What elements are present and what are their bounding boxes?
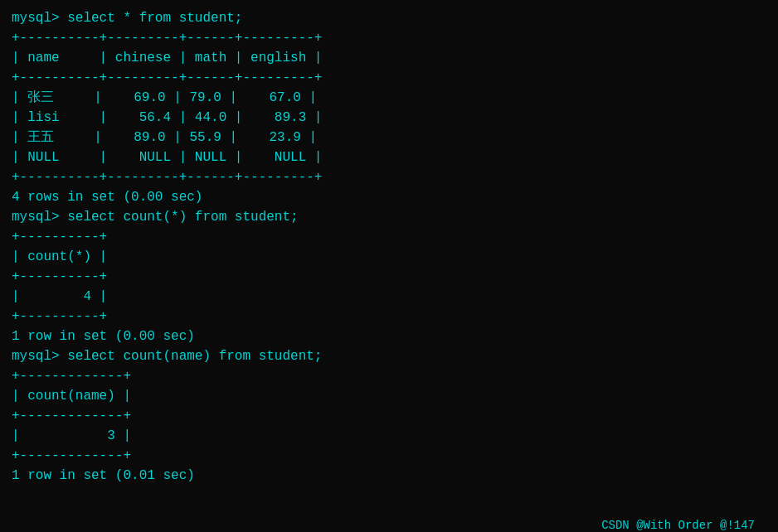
result-line: 1 row in set (0.01 sec) bbox=[12, 466, 766, 486]
header-line: | name | chinese | math | english | bbox=[12, 48, 766, 68]
separator-line: +----------+---------+------+---------+ bbox=[12, 28, 766, 48]
data-line: | lisi | 56.4 | 44.0 | 89.3 | bbox=[12, 108, 766, 128]
command-line: mysql> select count(name) from student; bbox=[12, 346, 766, 366]
command-line: mysql> select count(*) from student; bbox=[12, 207, 766, 227]
result-line: 4 rows in set (0.00 sec) bbox=[12, 187, 766, 207]
data-line: | NULL | NULL | NULL | NULL | bbox=[12, 148, 766, 167]
separator-line: +-------------+ bbox=[12, 366, 766, 386]
data-line: | 张三 | 69.0 | 79.0 | 67.0 | bbox=[12, 88, 766, 108]
data-line: | 3 | bbox=[12, 426, 766, 446]
separator-line: +-------------+ bbox=[12, 446, 766, 466]
separator-line: +-------------+ bbox=[12, 406, 766, 426]
separator-line: +----------+ bbox=[12, 227, 766, 247]
data-line: | 王五 | 89.0 | 55.9 | 23.9 | bbox=[12, 128, 766, 148]
result-line: 1 row in set (0.00 sec) bbox=[12, 326, 766, 346]
header-line: | count(name) | bbox=[12, 386, 766, 406]
separator-line: +----------+ bbox=[12, 307, 766, 326]
command-line: mysql> select * from student; bbox=[12, 8, 766, 28]
header-line: | count(*) | bbox=[12, 247, 766, 267]
terminal: mysql> select * from student;+----------… bbox=[12, 8, 766, 532]
watermark: CSDN @With Order @!147 bbox=[601, 519, 755, 532]
separator-line: +----------+ bbox=[12, 267, 766, 287]
separator-line: +----------+---------+------+---------+ bbox=[12, 167, 766, 187]
separator-line: +----------+---------+------+---------+ bbox=[12, 68, 766, 88]
data-line: | 4 | bbox=[12, 287, 766, 307]
